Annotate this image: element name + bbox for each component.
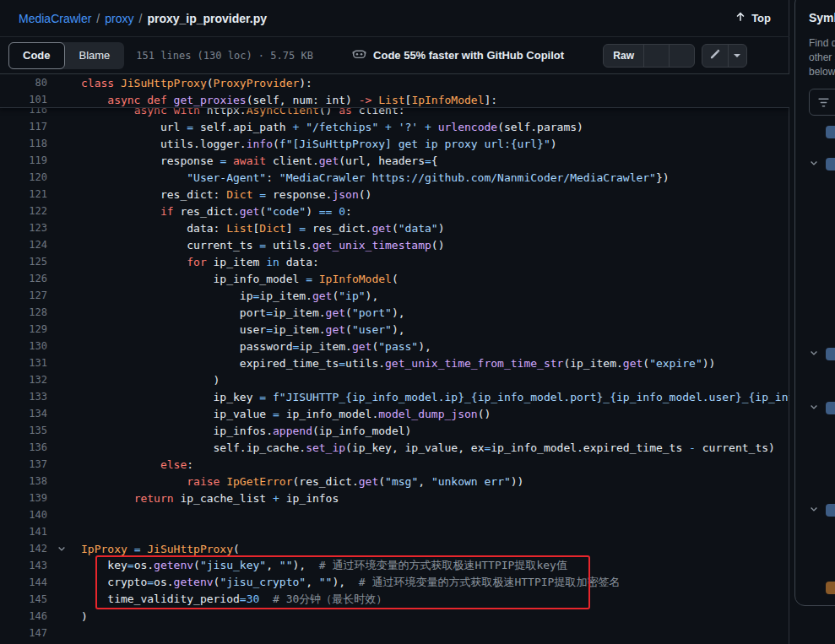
line-number[interactable]: 143 (0, 560, 47, 571)
line-number[interactable]: 118 (0, 138, 47, 149)
symbols-panel: Symbols Find definitions and references … (794, 0, 835, 606)
code-line-142: 142IpProxy = JiSuHttpProxy( (0, 540, 789, 557)
line-number[interactable]: 122 (0, 205, 47, 217)
line-number[interactable]: 119 (0, 154, 47, 166)
code-text: ip_infos.append(ip_info_model) (81, 425, 411, 437)
download-raw-button[interactable] (669, 45, 694, 67)
line-number[interactable]: 80 (0, 77, 47, 89)
code-text: response = await client.get(url, headers… (81, 154, 438, 167)
chevron-down-icon (809, 400, 819, 415)
copilot-banner[interactable]: Code 55% faster with GitHub Copilot (352, 47, 564, 64)
breadcrumb-bar: MediaCrawler / proxy / proxy_ip_provider… (0, 0, 789, 37)
code-text: crypto=os.getenv("jisu_crypto", ""), # 通… (81, 575, 620, 590)
code-line-118: 118 utils.logger.info(f"[JiSuHttpProxy] … (0, 135, 789, 152)
code-text: class JiSuHttpProxy(ProxyProvider): (81, 77, 312, 89)
breadcrumb-dir-link[interactable]: proxy (105, 12, 133, 25)
code-text: return ip_cache_list + ip_infos (81, 492, 339, 505)
breadcrumb-separator: / (138, 12, 142, 25)
line-number[interactable]: 136 (0, 441, 47, 453)
line-number[interactable]: 129 (0, 323, 47, 335)
code-text: ip_info_model = IpInfoModel( (81, 273, 399, 285)
code-text: port=ip_item.get("port"), (81, 306, 405, 319)
line-number[interactable]: 130 (0, 340, 47, 352)
line-number[interactable]: 127 (0, 290, 47, 301)
code-line-126: 126 ip_info_model = IpInfoModel( (0, 270, 789, 287)
code-line-137: 137 else: (0, 456, 789, 473)
line-number[interactable]: 144 (0, 576, 47, 588)
line-number[interactable]: 117 (0, 121, 47, 133)
code-text: async def get_proxies(self, num: int) ->… (81, 94, 497, 106)
back-to-top-button[interactable]: Top (735, 11, 771, 25)
copilot-banner-label: Code 55% faster with GitHub Copilot (373, 49, 564, 62)
line-number[interactable]: 141 (0, 526, 47, 538)
line-number[interactable]: 138 (0, 475, 47, 487)
line-number[interactable]: 125 (0, 256, 47, 268)
tab-blame[interactable]: Blame (65, 42, 125, 69)
line-number[interactable]: 126 (0, 273, 47, 284)
chevron-down-icon (809, 156, 819, 171)
line-number[interactable]: 147 (0, 627, 47, 639)
line-number[interactable]: 139 (0, 492, 47, 504)
line-number[interactable]: 101 (0, 94, 47, 106)
code-text: ) (81, 610, 88, 623)
code-line-138: 138 raise IpGetError(res_dict.get("msg",… (0, 473, 789, 490)
code-text: current_ts = utils.get_unix_timestamp() (81, 239, 445, 252)
line-number[interactable]: 123 (0, 222, 47, 234)
code-line-124: 124 current_ts = utils.get_unix_timestam… (0, 236, 789, 253)
symbol-item[interactable] (809, 502, 835, 517)
symbol-item[interactable] (809, 582, 835, 594)
line-number[interactable]: 132 (0, 374, 47, 386)
symbol-item[interactable] (809, 126, 835, 138)
line-number[interactable]: 121 (0, 188, 47, 200)
breadcrumb-repo-link[interactable]: MediaCrawler (19, 12, 91, 25)
copy-icon (650, 48, 663, 63)
line-number[interactable]: 146 (0, 610, 47, 622)
symbol-token (826, 402, 835, 414)
line-number[interactable]: 142 (0, 543, 47, 555)
code-line-146: 146) (0, 608, 789, 625)
copilot-icon (352, 47, 366, 64)
symbol-item[interactable] (809, 400, 835, 415)
chevron-down-icon (734, 54, 740, 57)
fold-chevron-down-icon[interactable] (47, 544, 81, 554)
code-text: else: (81, 458, 193, 471)
pencil-icon (709, 48, 721, 62)
code-line-133: 133 ip_key = f"JISUHTTP_{ip_info_model.i… (0, 388, 789, 405)
symbol-item[interactable] (809, 346, 835, 361)
tab-code[interactable]: Code (8, 42, 65, 69)
code-square-icon (757, 46, 773, 65)
symbol-token (826, 126, 835, 138)
line-number[interactable]: 140 (0, 509, 47, 521)
edit-file-button[interactable] (702, 45, 728, 67)
code-line-135: 135 ip_infos.append(ip_info_model) (0, 422, 789, 439)
code-text: "User-Agent": "MediaCrawler https://gith… (81, 171, 670, 184)
symbol-token (826, 348, 835, 360)
code-line-147: 147 (0, 625, 789, 641)
line-number[interactable]: 133 (0, 391, 47, 403)
copy-raw-button[interactable] (643, 45, 669, 67)
line-number[interactable]: 124 (0, 239, 47, 251)
line-number[interactable]: 137 (0, 458, 47, 470)
line-number[interactable]: 134 (0, 408, 47, 419)
line-number[interactable]: 131 (0, 357, 47, 369)
symbol-token (826, 582, 835, 594)
line-number[interactable]: 145 (0, 593, 47, 605)
edit-dropdown-button[interactable] (728, 45, 746, 67)
symbol-token (826, 504, 835, 517)
code-text: expired_time_ts=utils.get_unix_time_from… (81, 357, 715, 370)
code-line-130: 130 password=ip_item.get("pass"), (0, 338, 789, 354)
raw-actions-group: Raw (603, 44, 695, 68)
line-number[interactable]: 135 (0, 425, 47, 436)
line-number[interactable]: 128 (0, 306, 47, 318)
code-line-120: 120 "User-Agent": "MediaCrawler https://… (0, 169, 789, 186)
line-number[interactable]: 120 (0, 171, 47, 183)
raw-button[interactable]: Raw (604, 45, 643, 67)
edit-actions-group (702, 44, 747, 68)
symbol-item[interactable] (809, 156, 835, 171)
symbols-panel-toggle-button[interactable] (754, 44, 778, 68)
code-text: time_validity_period=30 # 30分钟（最长时效） (81, 592, 387, 607)
code-line-121: 121 res_dict: Dict = response.json() (0, 186, 789, 203)
download-icon (675, 48, 688, 63)
code-text: ) (81, 374, 220, 387)
breadcrumb-file-name: proxy_ip_provider.py (147, 12, 267, 25)
